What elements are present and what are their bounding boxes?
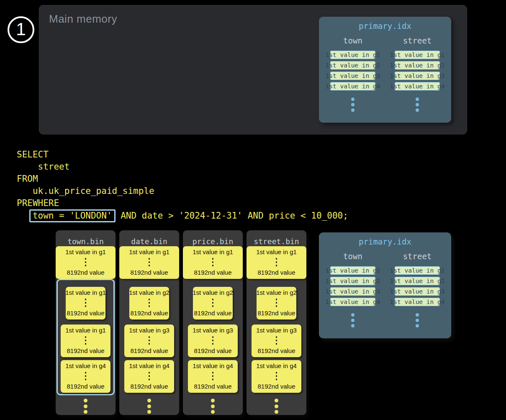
granule-ellipsis-dots	[149, 258, 150, 266]
granule-last-value: 8192nd value	[67, 383, 104, 390]
index-mark-chip: 1st value in g4	[330, 298, 375, 306]
dark-dot	[276, 379, 277, 380]
dark-dot	[149, 343, 150, 345]
granule-ellipsis-dots	[276, 258, 277, 266]
dark-dot	[276, 261, 277, 263]
dark-dot	[149, 261, 150, 263]
granule-ellipsis-dots	[276, 299, 277, 307]
dark-dot	[149, 258, 150, 260]
granule-first-value: 1st value in g2	[256, 289, 297, 296]
granule-last-value: 8192nd value	[67, 347, 104, 354]
granule-group: 1st value in g28192nd value1st value in …	[184, 279, 242, 395]
bin-panel-price: price.bin1st value in g18192nd value1st …	[183, 230, 243, 415]
yellow-dot	[84, 405, 87, 408]
index-column-header: street	[403, 252, 432, 261]
granule-first-value: 1st value in g4	[193, 362, 233, 369]
dark-dot	[149, 336, 150, 338]
yellow-dot	[275, 399, 278, 402]
step-badge: 1	[8, 16, 34, 43]
index-columns: town1st value in g11st value in g21st va…	[319, 36, 451, 112]
granule-first-value: 1st value in g2	[129, 289, 170, 296]
yellow-dot	[211, 399, 215, 402]
granule-first-value: 1st value in g4	[65, 362, 106, 369]
yellow-dot	[211, 410, 215, 414]
index-column-header: town	[343, 252, 362, 261]
granule-ellipsis-dots	[212, 372, 214, 380]
dark-dot	[85, 299, 87, 300]
granule-ellipsis-dots	[149, 336, 150, 345]
granule-block: 1st value in g18192nd value	[61, 325, 110, 357]
granule-ellipsis-dots	[276, 336, 277, 345]
granule-block: 1st value in g48192nd value	[61, 360, 110, 393]
dark-dot	[212, 343, 214, 345]
primary-idx-panel-memory: primary.idx town1st value in g11st value…	[319, 17, 451, 123]
yellow-dot	[147, 405, 151, 408]
sql-line: street	[17, 161, 348, 173]
index-column-town: town1st value in g11st value in g21st va…	[328, 252, 378, 327]
primary-idx-panel-disk: primary.idx town1st value in g11st value…	[319, 232, 451, 338]
granule-first-value: 1st value in g4	[129, 362, 170, 369]
granule-first-value: 1st value in g1	[65, 248, 106, 255]
highlighted-predicate: town = 'LONDON'	[29, 209, 116, 222]
granule-last-value: 8192nd value	[194, 269, 231, 276]
selected-granule-range: 1st value in g18192nd value1st value in …	[57, 279, 115, 395]
index-mark-chip: 1st value in g3	[330, 287, 375, 296]
more-granules-dots	[56, 399, 116, 414]
dark-dot	[85, 261, 87, 263]
dark-dot	[276, 343, 277, 345]
granule-block: 1st value in g18192nd value	[66, 287, 105, 320]
index-column-street: street1st value in g11st value in g21st …	[393, 36, 442, 112]
yellow-dot	[211, 405, 215, 408]
more-index-entries-dots	[416, 98, 419, 112]
bin-panel-street: street.bin1st value in g18192nd value1st…	[247, 230, 306, 415]
dark-dot	[85, 340, 87, 341]
granule-group: 1st value in g28192nd value1st value in …	[247, 279, 306, 395]
bin-file-title: street.bin	[247, 230, 306, 246]
granule-last-value: 8192nd value	[257, 347, 295, 354]
index-mark-chip: 1st value in g4	[395, 82, 440, 90]
more-index-entries-dots	[416, 313, 419, 327]
more-granules-dots	[119, 399, 179, 414]
granule-block: 1st value in g48192nd value	[252, 360, 301, 393]
granule-block: 1st value in g18192nd value	[119, 246, 179, 279]
dark-dot	[212, 302, 214, 304]
dark-dot	[85, 336, 87, 338]
main-memory-title: Main memory	[49, 13, 117, 26]
dark-dot	[212, 340, 214, 341]
granule-ellipsis-dots	[212, 336, 214, 345]
more-granules-dots	[183, 399, 243, 414]
granule-block: 1st value in g28192nd value	[129, 287, 169, 320]
dark-dot	[149, 302, 150, 304]
granule-ellipsis-dots	[85, 258, 87, 266]
index-mark-chip: 1st value in g1	[395, 51, 440, 59]
granule-first-value: 1st value in g4	[256, 362, 297, 369]
yellow-dot	[147, 399, 151, 402]
granule-block: 1st value in g28192nd value	[257, 287, 296, 320]
diagram-stage: 1 Main memory primary.idx town1st value …	[0, 0, 506, 420]
dark-dot	[276, 375, 277, 377]
dark-dot	[85, 258, 87, 260]
dark-dot	[212, 299, 214, 300]
granule-ellipsis-dots	[149, 372, 150, 380]
index-mark-chip: 1st value in g1	[330, 51, 375, 59]
yellow-dot	[84, 399, 87, 402]
yellow-dot	[275, 410, 278, 414]
granule-block: 1st value in g38192nd value	[124, 325, 174, 357]
granule-ellipsis-dots	[276, 372, 277, 380]
granule-last-value: 8192nd value	[194, 347, 231, 354]
dark-dot	[276, 302, 277, 304]
granule-last-value: 8192nd value	[67, 269, 104, 276]
sql-line-prewhere-condition: town = 'LONDON' AND date > '2024-12-31' …	[17, 209, 348, 222]
granule-block: 1st value in g48192nd value	[124, 360, 174, 393]
dark-dot	[85, 265, 87, 266]
dark-dot	[149, 379, 150, 380]
index-column-street: street1st value in g11st value in g21st …	[393, 252, 442, 327]
granule-block: 1st value in g18192nd value	[56, 246, 116, 279]
dark-dot	[85, 305, 87, 307]
dark-dot	[149, 340, 150, 341]
granule-block: 1st value in g18192nd value	[247, 246, 306, 279]
bin-file-title: town.bin	[56, 230, 116, 246]
index-column-town: town1st value in g11st value in g21st va…	[328, 36, 378, 112]
sql-line: FROM	[17, 173, 348, 185]
granule-last-value: 8192nd value	[257, 383, 295, 390]
